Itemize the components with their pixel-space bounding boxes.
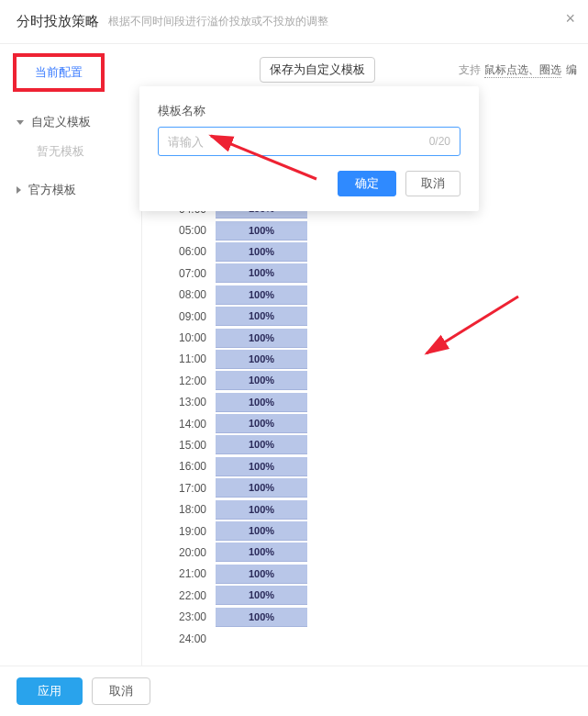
save-as-template-button[interactable]: 保存为自定义模板 bbox=[260, 57, 375, 83]
schedule-row[interactable]: 24:00 bbox=[161, 628, 570, 649]
schedule-row[interactable]: 22:00100% bbox=[161, 585, 570, 606]
popover-actions: 确定 取消 bbox=[158, 171, 460, 196]
hint-prefix: 支持 bbox=[459, 63, 481, 76]
schedule-value-cell[interactable]: 100% bbox=[216, 307, 307, 326]
confirm-button[interactable]: 确定 bbox=[338, 171, 396, 196]
hint-tail: 编 bbox=[566, 63, 577, 76]
schedule-value-cell[interactable]: 100% bbox=[216, 586, 307, 605]
schedule-row[interactable]: 23:00100% bbox=[161, 606, 570, 627]
schedule-row[interactable]: 15:00100% bbox=[161, 434, 570, 455]
schedule-time-label: 14:00 bbox=[161, 418, 216, 431]
schedule-row[interactable]: 19:00100% bbox=[161, 520, 570, 542]
schedule-time-label: 11:00 bbox=[161, 352, 216, 365]
selection-hint: 支持 鼠标点选、圈选 编 bbox=[459, 62, 577, 78]
schedule-value-cell[interactable]: 100% bbox=[216, 521, 307, 541]
schedule-time-label: 12:00 bbox=[161, 375, 216, 387]
popover-cancel-button[interactable]: 取消 bbox=[405, 171, 460, 196]
schedule-time-label: 15:00 bbox=[161, 439, 216, 452]
schedule-time-label: 24:00 bbox=[161, 632, 216, 645]
chevron-right-icon bbox=[17, 186, 21, 194]
schedule-time-label: 23:00 bbox=[161, 610, 216, 623]
watermark: 店小鱼 电商卖家助手 bbox=[508, 677, 581, 703]
apply-button[interactable]: 应用 bbox=[17, 677, 83, 705]
template-name-field[interactable]: 0/20 bbox=[158, 127, 460, 156]
schedule-value-cell[interactable]: 100% bbox=[216, 221, 307, 241]
schedule-row[interactable]: 21:00100% bbox=[161, 564, 570, 585]
schedule-value-cell[interactable]: 100% bbox=[216, 500, 307, 520]
schedule-value-cell[interactable]: 100% bbox=[216, 393, 307, 412]
schedule-time-label: 22:00 bbox=[161, 589, 216, 602]
schedule-time-label: 16:00 bbox=[161, 460, 216, 473]
schedule-row[interactable]: 16:00100% bbox=[161, 456, 570, 477]
close-icon[interactable]: × bbox=[565, 9, 575, 28]
schedule-row[interactable]: 05:00100% bbox=[161, 219, 570, 241]
schedule-value-cell[interactable]: 100% bbox=[216, 329, 307, 348]
sidebar-item-custom-templates[interactable]: 自定义模板 bbox=[0, 106, 141, 138]
schedule-row[interactable]: 11:00100% bbox=[161, 349, 570, 370]
char-counter: 0/20 bbox=[429, 135, 450, 148]
popover-label: 模板名称 bbox=[158, 103, 460, 119]
schedule-row[interactable]: 20:00100% bbox=[161, 542, 570, 563]
schedule-value-cell[interactable]: 100% bbox=[216, 608, 307, 627]
schedule-time-label: 08:00 bbox=[161, 288, 216, 301]
schedule-row[interactable]: 10:00100% bbox=[161, 327, 570, 348]
current-config-highlight: 当前配置 bbox=[13, 53, 105, 92]
schedule-time-label: 19:00 bbox=[161, 525, 216, 538]
fish-icon bbox=[508, 677, 534, 703]
schedule-value-cell[interactable]: 100% bbox=[216, 350, 307, 369]
modal-header: 分时投放策略 根据不同时间段进行溢价投放或不投放的调整 × bbox=[0, 0, 588, 44]
template-toolbar: 保存为自定义模板 bbox=[260, 57, 375, 83]
schedule-value-cell[interactable]: 100% bbox=[216, 435, 307, 454]
schedule-value-cell[interactable]: 100% bbox=[216, 263, 307, 283]
template-name-input[interactable] bbox=[168, 135, 429, 149]
schedule-value-cell[interactable]: 100% bbox=[216, 371, 307, 390]
schedule-row[interactable]: 18:00100% bbox=[161, 498, 570, 520]
schedule-value-cell[interactable]: 100% bbox=[216, 285, 307, 305]
tab-current-config[interactable]: 当前配置 bbox=[18, 61, 99, 84]
schedule-row[interactable]: 08:00100% bbox=[161, 285, 570, 306]
schedule-row[interactable]: 12:00100% bbox=[161, 370, 570, 391]
schedule-time-label: 18:00 bbox=[161, 503, 216, 516]
sidebar-item-label: 官方模板 bbox=[28, 182, 76, 198]
sidebar-item-official-templates[interactable]: 官方模板 bbox=[0, 174, 141, 206]
schedule-time-label: 21:00 bbox=[161, 567, 216, 580]
schedule-value-cell[interactable]: 100% bbox=[216, 414, 307, 433]
sidebar-item-label: 自定义模板 bbox=[31, 114, 91, 130]
schedule-value-cell[interactable]: 100% bbox=[216, 565, 307, 584]
schedule-row[interactable]: 14:00100% bbox=[161, 413, 570, 434]
schedule-time-label: 17:00 bbox=[161, 482, 216, 495]
schedule-row[interactable]: 17:00100% bbox=[161, 477, 570, 498]
schedule-value-cell[interactable]: 100% bbox=[216, 457, 307, 476]
schedule-row[interactable]: 07:00100% bbox=[161, 263, 570, 284]
schedule-grid[interactable]: 04:00100%05:00100%06:00100%07:00100%08:0… bbox=[161, 198, 570, 649]
modal-subtitle: 根据不同时间段进行溢价投放或不投放的调整 bbox=[108, 14, 328, 29]
hint-dotted: 鼠标点选、圈选 bbox=[484, 63, 561, 78]
footer: 应用 取消 bbox=[0, 666, 588, 716]
schedule-time-label: 07:00 bbox=[161, 267, 216, 280]
schedule-value-cell[interactable]: 100% bbox=[216, 478, 307, 498]
save-template-popover: 模板名称 0/20 确定 取消 bbox=[139, 86, 479, 211]
schedule-time-label: 13:00 bbox=[161, 396, 216, 408]
schedule-time-label: 20:00 bbox=[161, 546, 216, 559]
watermark-subtitle: 电商卖家助手 bbox=[539, 694, 581, 703]
schedule-value-cell[interactable]: 100% bbox=[216, 543, 307, 562]
schedule-time-label: 09:00 bbox=[161, 310, 216, 323]
sidebar-empty-text: 暂无模板 bbox=[0, 138, 141, 174]
watermark-title: 店小鱼 bbox=[539, 677, 581, 694]
schedule-time-label: 06:00 bbox=[161, 245, 216, 258]
chevron-down-icon bbox=[17, 120, 24, 125]
sidebar: 自定义模板 暂无模板 官方模板 bbox=[0, 97, 142, 694]
watermark-text: 店小鱼 电商卖家助手 bbox=[539, 677, 581, 703]
cancel-button[interactable]: 取消 bbox=[92, 677, 150, 705]
schedule-value-cell[interactable]: 100% bbox=[216, 242, 307, 262]
schedule-row[interactable]: 13:00100% bbox=[161, 392, 570, 413]
schedule-time-label: 05:00 bbox=[161, 224, 216, 237]
schedule-row[interactable]: 09:00100% bbox=[161, 306, 570, 327]
schedule-row[interactable]: 06:00100% bbox=[161, 241, 570, 263]
schedule-time-label: 10:00 bbox=[161, 331, 216, 344]
modal-title: 分时投放策略 bbox=[17, 13, 99, 30]
